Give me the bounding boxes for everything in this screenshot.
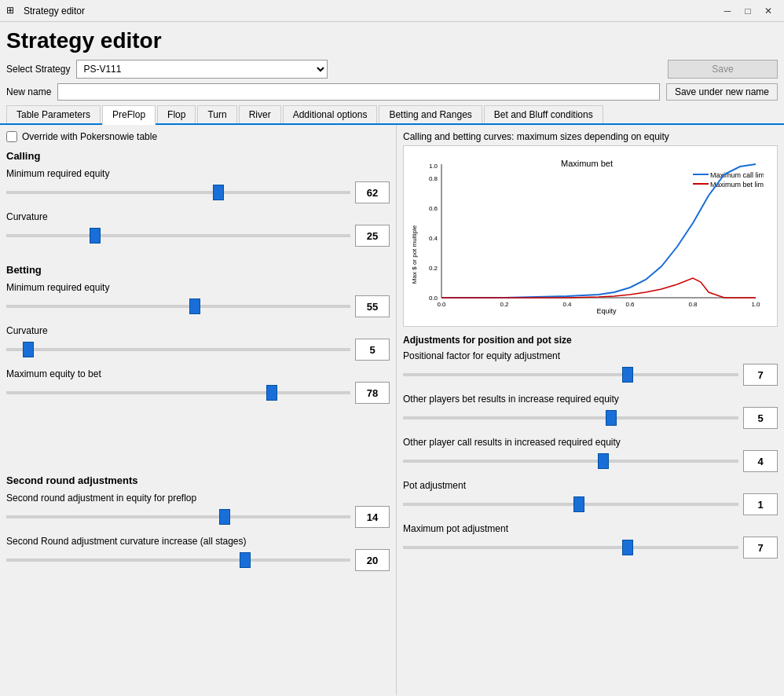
- other-bet-label: Other players bet results in increase re…: [403, 394, 778, 405]
- title-bar: ⊞ Strategy editor ─ □ ✕: [0, 0, 784, 22]
- calling-min-equity-label: Minimum required equity: [6, 168, 390, 179]
- override-checkbox[interactable]: [6, 131, 17, 142]
- max-pot-adj-label: Maximum pot adjustment: [403, 523, 778, 534]
- betting-curvature-container: 5: [6, 339, 390, 361]
- betting-min-equity-slider[interactable]: [6, 305, 350, 308]
- second-round-title: Second round adjustments: [6, 474, 390, 486]
- calling-title: Calling: [6, 150, 390, 162]
- svg-text:0.6: 0.6: [625, 301, 635, 308]
- other-bet-row: Other players bet results in increase re…: [403, 394, 778, 429]
- betting-min-equity-row: Minimum required equity 55: [6, 282, 390, 317]
- equity-adj-container: 14: [6, 506, 390, 528]
- minimize-button[interactable]: ─: [718, 3, 737, 19]
- betting-max-equity-container: 78: [6, 382, 390, 404]
- pot-adj-track: [403, 496, 738, 512]
- equity-adj-row: Second round adjustment in equity for pr…: [6, 493, 390, 528]
- positional-factor-slider[interactable]: [403, 373, 738, 376]
- curvature-adj-value: 20: [355, 549, 390, 571]
- save-button[interactable]: Save: [668, 60, 778, 79]
- pot-adj-row: Pot adjustment 1: [403, 480, 778, 515]
- positional-factor-value: 7: [743, 364, 778, 386]
- equity-adj-track: [6, 509, 350, 525]
- calling-curvature-container: 25: [6, 225, 390, 247]
- betting-max-equity-row: Maximum equity to bet 78: [6, 368, 390, 404]
- override-label: Override with Pokersnowie table: [22, 131, 157, 142]
- new-name-label: New name: [6, 86, 51, 97]
- curvature-adj-track: [6, 552, 350, 568]
- calling-curvature-value: 25: [355, 225, 390, 247]
- tabs-bar: Table Parameters PreFlop Flop Turn River…: [0, 102, 784, 125]
- betting-max-equity-value: 78: [355, 382, 390, 404]
- betting-min-equity-track: [6, 299, 350, 314]
- other-call-value: 4: [743, 450, 778, 472]
- chart-title: Calling and betting curves: maximum size…: [403, 131, 778, 142]
- other-call-slider[interactable]: [403, 460, 738, 463]
- adjustments-section: Adjustments for position and pot size Po…: [403, 335, 778, 559]
- svg-text:0.8: 0.8: [429, 175, 438, 182]
- svg-text:1.0: 1.0: [429, 163, 438, 170]
- select-strategy-label: Select Strategy: [6, 64, 70, 75]
- tab-river[interactable]: River: [239, 105, 281, 123]
- betting-min-equity-value: 55: [355, 295, 390, 317]
- betting-curvature-label: Curvature: [6, 325, 390, 336]
- toolbar: Select Strategy PS-V111 PS-V112 PS-V113 …: [0, 57, 784, 82]
- svg-text:1.0: 1.0: [751, 301, 760, 308]
- title-bar-text: Strategy editor: [24, 5, 718, 16]
- pot-adj-slider[interactable]: [403, 503, 738, 506]
- svg-text:0.6: 0.6: [429, 205, 438, 212]
- calling-min-equity-track: [6, 185, 350, 200]
- curvature-adj-container: 20: [6, 549, 390, 571]
- curvature-adj-slider[interactable]: [6, 559, 350, 562]
- betting-max-equity-label: Maximum equity to bet: [6, 368, 390, 379]
- max-pot-adj-track: [403, 540, 738, 555]
- calling-curvature-row: Curvature 25: [6, 211, 390, 247]
- new-name-row: New name Save under new name: [0, 82, 784, 102]
- tab-betting-ranges[interactable]: Betting and Ranges: [379, 105, 482, 123]
- calling-min-equity-row: Minimum required equity 62: [6, 168, 390, 203]
- positional-factor-track: [403, 367, 738, 383]
- close-button[interactable]: ✕: [759, 3, 778, 19]
- max-pot-adj-value: 7: [743, 537, 778, 559]
- content-area: Override with Pokersnowie table Calling …: [0, 125, 784, 695]
- legend-call: Maximum call limit: [710, 171, 764, 179]
- betting-max-equity-slider[interactable]: [6, 391, 350, 394]
- tab-turn[interactable]: Turn: [197, 105, 236, 123]
- equity-adj-slider[interactable]: [6, 515, 350, 518]
- strategy-select[interactable]: PS-V111 PS-V112 PS-V113: [76, 60, 328, 79]
- tab-additional-options[interactable]: Additional options: [283, 105, 378, 123]
- other-call-track: [403, 453, 738, 469]
- other-bet-container: 5: [403, 407, 778, 429]
- calling-min-equity-slider[interactable]: [6, 191, 350, 194]
- betting-curvature-value: 5: [355, 339, 390, 361]
- betting-curvature-row: Curvature 5: [6, 325, 390, 361]
- calling-curvature-track: [6, 228, 350, 244]
- calling-min-equity-container: 62: [6, 181, 390, 203]
- new-name-input[interactable]: [57, 83, 660, 101]
- max-pot-adj-row: Maximum pot adjustment 7: [403, 523, 778, 559]
- calling-curvature-slider[interactable]: [6, 234, 350, 237]
- tab-table-parameters[interactable]: Table Parameters: [6, 105, 101, 123]
- betting-curvature-slider[interactable]: [6, 348, 350, 351]
- tab-flop[interactable]: Flop: [157, 105, 196, 123]
- max-pot-adj-slider[interactable]: [403, 546, 738, 549]
- other-bet-slider[interactable]: [403, 416, 738, 419]
- maximize-button[interactable]: □: [738, 3, 757, 19]
- calling-min-equity-value: 62: [355, 181, 390, 203]
- other-bet-track: [403, 410, 738, 426]
- tab-preflop[interactable]: PreFlop: [102, 105, 156, 125]
- betting-min-equity-label: Minimum required equity: [6, 282, 390, 293]
- svg-text:0.2: 0.2: [500, 301, 509, 308]
- svg-text:0.4: 0.4: [429, 235, 438, 242]
- positional-factor-label: Positional factor for equity adjustment: [403, 350, 778, 361]
- tab-bet-bluff[interactable]: Bet and Bluff conditions: [484, 105, 603, 123]
- other-call-container: 4: [403, 450, 778, 472]
- x-axis-label: Equity: [596, 307, 617, 315]
- other-call-label: Other player call results in increased r…: [403, 437, 778, 448]
- betting-title: Betting: [6, 264, 390, 276]
- save-new-button[interactable]: Save under new name: [666, 83, 778, 101]
- right-panel: Calling and betting curves: maximum size…: [397, 125, 784, 695]
- betting-max-equity-track: [6, 385, 350, 401]
- curvature-adj-label: Second Round adjustment curvature increa…: [6, 536, 390, 547]
- left-panel: Override with Pokersnowie table Calling …: [0, 125, 397, 695]
- page-title: Strategy editor: [0, 22, 784, 57]
